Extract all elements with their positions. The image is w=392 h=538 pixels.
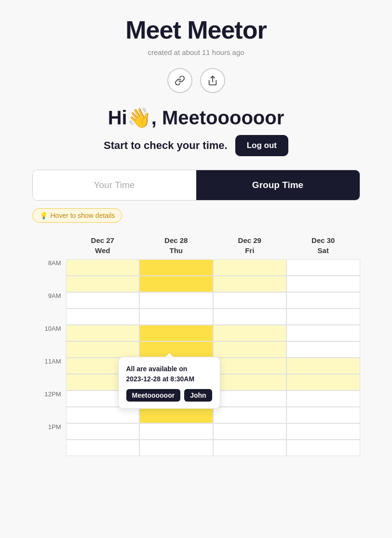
created-at-label: created at about 11 hours ago xyxy=(148,48,244,56)
time-label-1pm: 1PM xyxy=(32,423,66,440)
page-title: Meet Meetor xyxy=(125,15,266,44)
cell-r1-c1[interactable] xyxy=(66,259,140,276)
time-label-12pm: 12PM xyxy=(32,390,66,407)
greeting-text: Hi👋, Meetoooooor xyxy=(108,107,284,129)
cell-r8-c4[interactable] xyxy=(286,374,360,390)
cell-r3-c3[interactable] xyxy=(213,292,287,309)
time-label-1130am xyxy=(32,374,66,390)
hint-badge: 💡 Hover to show details xyxy=(32,208,122,223)
cell-r1-c3[interactable] xyxy=(213,259,287,276)
time-label-1230pm xyxy=(32,407,66,423)
cell-r5-c2[interactable] xyxy=(139,325,213,341)
cell-r2-c3[interactable] xyxy=(213,276,287,292)
header-empty-cell xyxy=(32,231,66,259)
cell-r10-c4[interactable] xyxy=(286,407,360,423)
tooltip-container: All are available on2023-12-28 at 8:30AM… xyxy=(118,357,220,409)
tooltip-tags: Meetoooooor John xyxy=(126,389,212,402)
time-label-930am xyxy=(32,309,66,325)
time-label-830am xyxy=(32,276,66,292)
cell-r9-c4[interactable] xyxy=(286,390,360,407)
logout-button[interactable]: Log out xyxy=(235,135,288,156)
cell-r1-c2[interactable] xyxy=(139,259,213,276)
cell-r11-c3[interactable] xyxy=(213,423,287,440)
subtitle-text: Start to check your time. xyxy=(104,139,228,152)
tooltip-tag-0: Meetoooooor xyxy=(126,389,181,402)
tooltip-text: All are available on2023-12-28 at 8:30AM xyxy=(126,364,212,384)
cell-r11-c1[interactable] xyxy=(66,423,140,440)
cell-r6-c2[interactable] xyxy=(139,341,213,358)
cell-r4-c1[interactable] xyxy=(66,309,140,325)
calendar-container: Dec 27Wed Dec 28Thu Dec 29Fri Dec 30Sat … xyxy=(32,231,360,456)
cell-r11-c2[interactable] xyxy=(139,423,213,440)
header-day-0: Dec 27Wed xyxy=(66,231,140,259)
cell-r1-c4[interactable] xyxy=(286,259,360,276)
header-day-3: Dec 30Sat xyxy=(286,231,360,259)
cell-r4-c2[interactable] xyxy=(139,309,213,325)
hint-icon: 💡 xyxy=(40,212,48,219)
cell-r6-c1[interactable] xyxy=(66,341,140,358)
cell-r12-c1[interactable] xyxy=(66,440,140,456)
cell-r7-c3[interactable] xyxy=(213,358,287,374)
time-label-11am: 11AM xyxy=(32,358,66,374)
tooltip-arrow xyxy=(165,353,173,357)
cell-r2-c2[interactable] xyxy=(139,276,213,292)
cell-r12-c2[interactable] xyxy=(139,440,213,456)
cell-r10-c3[interactable] xyxy=(213,407,287,423)
time-label-1030am xyxy=(32,341,66,358)
cell-r11-c4[interactable] xyxy=(286,423,360,440)
share-icon-button[interactable] xyxy=(200,68,225,93)
cell-r2-c4[interactable] xyxy=(286,276,360,292)
tooltip-box: All are available on2023-12-28 at 8:30AM… xyxy=(118,357,220,409)
cell-r4-c3[interactable] xyxy=(213,309,287,325)
cell-r6-c3[interactable] xyxy=(213,341,287,358)
cell-r3-c4[interactable] xyxy=(286,292,360,309)
subtitle-row: Start to check your time. Log out xyxy=(104,135,288,156)
hint-text: Hover to show details xyxy=(51,212,115,219)
time-label-8am: 8AM xyxy=(32,259,66,276)
time-label-130pm xyxy=(32,440,66,456)
cell-r10-c2[interactable] xyxy=(139,407,213,423)
tab-your-time[interactable]: Your Time xyxy=(33,170,196,200)
cell-r5-c4[interactable] xyxy=(286,325,360,341)
cell-r12-c3[interactable] xyxy=(213,440,287,456)
cell-r2-c1[interactable] xyxy=(66,276,140,292)
cell-r9-c3[interactable] xyxy=(213,390,287,407)
cell-r4-c4[interactable] xyxy=(286,309,360,325)
cell-r5-c3[interactable] xyxy=(213,325,287,341)
cell-r7-c4[interactable] xyxy=(286,358,360,374)
cell-r3-c1[interactable] xyxy=(66,292,140,309)
time-label-9am: 9AM xyxy=(32,292,66,309)
link-icon-button[interactable] xyxy=(167,68,192,93)
cell-r8-c3[interactable] xyxy=(213,374,287,390)
calendar-header: Dec 27Wed Dec 28Thu Dec 29Fri Dec 30Sat xyxy=(32,231,360,259)
icon-row xyxy=(167,68,225,93)
cell-r10-c1[interactable] xyxy=(66,407,140,423)
tab-row: Your Time Group Time xyxy=(32,170,360,201)
header-day-2: Dec 29Fri xyxy=(213,231,287,259)
tab-group-time[interactable]: Group Time xyxy=(196,170,360,200)
cell-r5-c1[interactable] xyxy=(66,325,140,341)
cell-r3-c2[interactable] xyxy=(139,292,213,309)
tooltip-tag-1: John xyxy=(184,389,212,402)
header-day-1: Dec 28Thu xyxy=(139,231,213,259)
time-label-10am: 10AM xyxy=(32,325,66,341)
cell-r12-c4[interactable] xyxy=(286,440,360,456)
cell-r6-c4[interactable] xyxy=(286,341,360,358)
